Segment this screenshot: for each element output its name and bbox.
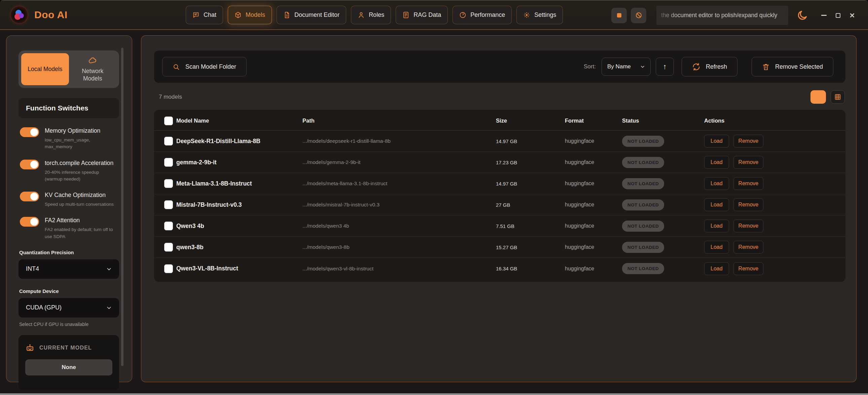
performance-icon xyxy=(459,11,466,19)
grid-view-button[interactable] xyxy=(831,90,845,104)
row-checkbox[interactable] xyxy=(164,243,173,252)
current-model-value: None xyxy=(25,359,112,375)
theme-toggle-button[interactable] xyxy=(797,10,808,21)
refresh-icon xyxy=(692,63,701,71)
model-size-cell: 14.97 GB xyxy=(496,138,565,144)
search-icon xyxy=(173,63,180,70)
app-window: Doo AI Chat Models Document Editor Roles… xyxy=(0,0,868,395)
models-count: 7 models xyxy=(159,94,182,100)
cloud-icon xyxy=(88,56,97,65)
minimize-button[interactable] xyxy=(817,8,831,23)
column-header-actions: Actions xyxy=(704,117,845,124)
remove-button[interactable]: Remove xyxy=(734,198,764,211)
model-size-cell: 16.34 GB xyxy=(496,266,565,272)
tab-local-models[interactable]: Local Models xyxy=(21,53,69,85)
model-name-cell: DeepSeek-R1-Distill-Llama-8B xyxy=(176,138,303,145)
chat-icon xyxy=(192,11,199,19)
compute-device-select[interactable]: CUDA (GPU) xyxy=(19,298,119,317)
app-logo: Doo AI xyxy=(10,6,68,24)
status-badge: NOT LOADED xyxy=(622,136,664,147)
load-button[interactable]: Load xyxy=(704,198,729,211)
cancel-button[interactable] xyxy=(631,8,646,23)
nav-tab-document-editor[interactable]: Document Editor xyxy=(277,6,346,24)
refresh-button[interactable]: Refresh xyxy=(682,57,738,77)
compute-device-hint: Select CPU if GPU is unavailable xyxy=(19,321,119,327)
remove-selected-button[interactable]: Remove Selected xyxy=(752,57,833,77)
chevron-down-icon xyxy=(106,305,112,310)
sidebar: Local Models Network Models Function Swi… xyxy=(6,35,132,382)
remove-button[interactable]: Remove xyxy=(734,135,764,147)
rag-icon xyxy=(402,11,409,19)
column-header-model-name: Model Name xyxy=(176,117,303,124)
remove-button[interactable]: Remove xyxy=(734,177,764,190)
toggle-switch[interactable] xyxy=(20,192,39,201)
quantization-label: Quantization Precision xyxy=(19,250,119,255)
models-count-row: 7 models xyxy=(159,90,845,104)
load-button[interactable]: Load xyxy=(704,262,729,275)
remove-button[interactable]: Remove xyxy=(734,262,764,275)
table-row: qwen3-8b .../models/qwen3-8b 15.27 GB hu… xyxy=(154,237,845,258)
scan-model-folder-button[interactable]: Scan Model Folder xyxy=(162,57,247,77)
sidebar-scrollbar[interactable] xyxy=(121,48,123,366)
status-ticker: the document editor to polish/expand qui… xyxy=(656,6,788,25)
toggle-switch[interactable] xyxy=(20,127,39,137)
nav-tab-chat[interactable]: Chat xyxy=(186,6,223,24)
models-panel: Scan Model Folder Sort: By Name ↑ Refres… xyxy=(141,35,857,382)
row-checkbox[interactable] xyxy=(164,222,173,230)
nav-tab-roles[interactable]: Roles xyxy=(351,6,391,24)
row-checkbox[interactable] xyxy=(164,158,173,167)
column-header-status: Status xyxy=(622,117,704,124)
status-badge: NOT LOADED xyxy=(622,263,664,274)
table-row: Mistral-7B-Instruct-v0.3 .../models/mist… xyxy=(154,194,845,216)
sort-select[interactable]: By Name xyxy=(601,58,651,76)
nav-tabs: Chat Models Document Editor Roles RAG Da… xyxy=(186,6,563,24)
trash-icon xyxy=(762,63,770,71)
nav-tab-settings[interactable]: Settings xyxy=(517,6,563,24)
select-all-checkbox[interactable] xyxy=(164,116,173,125)
maximize-button[interactable] xyxy=(831,8,845,23)
row-checkbox[interactable] xyxy=(164,264,173,273)
remove-button[interactable]: Remove xyxy=(734,156,764,169)
load-button[interactable]: Load xyxy=(704,135,729,147)
model-format-cell: huggingface xyxy=(565,159,622,165)
status-badge: NOT LOADED xyxy=(622,242,664,253)
remove-button[interactable]: Remove xyxy=(734,241,764,254)
close-button[interactable]: ✕ xyxy=(845,8,859,23)
row-checkbox[interactable] xyxy=(164,179,173,188)
model-format-cell: huggingface xyxy=(565,180,622,187)
function-switches-list: Memory Optimization low_cpu_mem_usage, m… xyxy=(19,127,119,240)
moon-icon xyxy=(797,10,808,21)
app-title: Doo AI xyxy=(34,9,68,21)
status-badge: NOT LOADED xyxy=(622,178,664,189)
tab-network-models[interactable]: Network Models xyxy=(69,53,117,85)
stop-icon xyxy=(617,13,621,18)
row-checkbox[interactable] xyxy=(164,137,173,145)
load-button[interactable]: Load xyxy=(704,241,729,254)
quantization-select[interactable]: INT4 xyxy=(19,259,119,279)
list-view-button[interactable] xyxy=(810,90,826,104)
close-icon: ✕ xyxy=(849,11,855,20)
load-button[interactable]: Load xyxy=(704,220,729,232)
document-icon xyxy=(283,11,290,19)
model-name-cell: Qwen3-VL-8B-Instruct xyxy=(176,265,303,272)
status-badge: NOT LOADED xyxy=(622,199,664,210)
status-badge: NOT LOADED xyxy=(622,221,664,232)
nav-tab-models[interactable]: Models xyxy=(228,6,272,24)
column-header-format: Format xyxy=(565,117,622,124)
model-path-cell: .../models/gemma-2-9b-it xyxy=(303,159,496,165)
stop-button[interactable] xyxy=(611,8,627,23)
load-button[interactable]: Load xyxy=(704,156,729,169)
toggle-switch[interactable] xyxy=(20,217,39,227)
nav-tab-rag-data[interactable]: RAG Data xyxy=(396,6,448,24)
model-format-cell: huggingface xyxy=(565,244,622,250)
title-bar: Doo AI Chat Models Document Editor Roles… xyxy=(0,0,868,30)
model-name-cell: gemma-2-9b-it xyxy=(176,159,303,166)
sort-direction-button[interactable]: ↑ xyxy=(656,58,674,76)
nav-tab-performance[interactable]: Performance xyxy=(453,6,512,24)
load-button[interactable]: Load xyxy=(704,177,729,190)
robot-icon xyxy=(25,343,35,352)
row-checkbox[interactable] xyxy=(164,200,173,209)
remove-button[interactable]: Remove xyxy=(734,220,764,232)
model-path-cell: .../models/meta-llama-3.1-8b-instruct xyxy=(303,180,496,187)
toggle-switch[interactable] xyxy=(20,160,39,169)
